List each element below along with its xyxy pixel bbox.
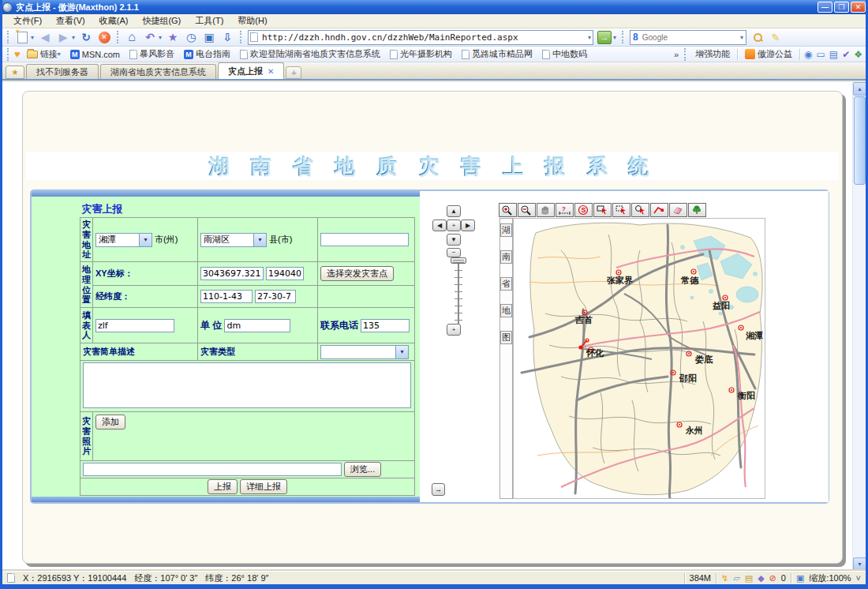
x-coordinate-input[interactable] <box>200 267 264 280</box>
history-clock-button[interactable]: ◷ <box>184 30 198 45</box>
zoom-box-button[interactable] <box>593 203 612 217</box>
magic-wand-button[interactable]: ★ <box>166 30 180 45</box>
zoom-dropdown-icon[interactable]: ˅ <box>856 573 861 583</box>
undo-dropdown[interactable]: ▾ <box>159 34 162 41</box>
add-photo-button[interactable]: 添加 <box>95 415 125 430</box>
menu-item-5[interactable]: 帮助(H) <box>231 14 273 28</box>
pan-right-button[interactable]: ▶ <box>461 219 475 231</box>
scroll-up-icon[interactable]: ▲ <box>853 82 866 96</box>
address-input[interactable] <box>260 32 588 43</box>
bookmarks-overflow[interactable]: » <box>674 50 679 59</box>
city-marker-怀化[interactable]: 怀化 <box>586 347 604 358</box>
home-button[interactable]: ⌂ <box>125 30 139 45</box>
select-circle-button[interactable] <box>631 203 649 217</box>
city-select[interactable]: 湘潭 ▾ <box>95 233 152 247</box>
refresh-button[interactable]: ↻ <box>79 30 93 45</box>
snap-button[interactable]: ▣ <box>202 30 216 45</box>
unit-input[interactable] <box>224 319 290 332</box>
pan-down-button[interactable]: ▼ <box>447 234 461 246</box>
collapse-panel-button[interactable]: → <box>432 483 445 496</box>
go-button[interactable]: → <box>597 31 612 44</box>
reporter-name-input[interactable] <box>95 319 174 332</box>
draw-point-button[interactable] <box>650 203 668 217</box>
stop-button[interactable]: ✕ <box>97 30 111 45</box>
enhance-features-button[interactable]: 增强功能 <box>692 47 733 61</box>
address-dropdown[interactable]: ▾ <box>588 34 591 41</box>
zoom-out-button[interactable] <box>518 203 536 217</box>
zoom-in-step-button[interactable]: + <box>447 324 461 336</box>
plugin-icon[interactable]: ❖ <box>854 49 862 60</box>
history-dropdown[interactable]: ▾ <box>72 34 75 41</box>
phone-input[interactable] <box>361 319 410 332</box>
map-side-tab-char-0[interactable]: 湖 <box>500 223 512 237</box>
pan-up-button[interactable]: ▲ <box>447 205 461 217</box>
detail-submit-button[interactable]: 详细上报 <box>240 479 287 494</box>
tab-list-star-button[interactable]: ★ <box>6 66 24 79</box>
map-side-tab-char-3[interactable]: 地 <box>500 304 512 317</box>
menu-item-0[interactable]: 文件(F) <box>7 14 48 28</box>
zoom-level[interactable]: 缩放:100% <box>809 572 851 584</box>
measure-distance-button[interactable]: ? <box>556 203 574 217</box>
zoom-window-icon[interactable]: ▣ <box>796 573 804 583</box>
notes-icon[interactable]: ▤ <box>829 49 838 60</box>
map-side-tab-char-1[interactable]: 南 <box>500 250 512 264</box>
map-view[interactable]: 张家界常德益阳吉首怀化湘潭娄底邵阳衡阳永州 <box>513 218 765 499</box>
map-side-tab-char-4[interactable]: 图 <box>500 331 512 344</box>
map-side-tab-char-2[interactable]: 省 <box>500 277 512 291</box>
new-page-dropdown[interactable]: ▾ <box>31 34 34 41</box>
new-tab-button[interactable]: + <box>286 66 301 79</box>
y-coordinate-input[interactable] <box>266 267 304 280</box>
popup-blocker-icon[interactable]: ⊘ <box>769 573 776 583</box>
address-detail-input[interactable] <box>320 233 409 246</box>
disaster-type-select[interactable]: ▾ <box>320 345 409 359</box>
file-path-input[interactable] <box>83 463 342 476</box>
pan-left-button[interactable]: ◀ <box>432 219 447 231</box>
select-box-button[interactable] <box>612 203 630 217</box>
folder-icon[interactable]: ▤ <box>745 573 753 583</box>
page-scrollbar[interactable]: ▲ ▼ <box>852 82 866 571</box>
pan-button[interactable] <box>537 203 555 217</box>
description-textarea[interactable] <box>83 362 411 408</box>
latitude-input[interactable] <box>255 290 296 303</box>
bookmark-item-2[interactable]: M电台指南 <box>181 47 234 61</box>
menu-item-3[interactable]: 快捷组(G) <box>136 14 187 28</box>
zoom-slider-handle[interactable] <box>451 257 466 264</box>
browse-button[interactable]: 浏览... <box>344 462 381 477</box>
maximize-button[interactable]: ❐ <box>834 2 849 13</box>
go-dropdown[interactable]: ▾ <box>613 34 616 41</box>
minimize-button[interactable]: — <box>817 2 832 13</box>
search-button[interactable] <box>750 30 765 45</box>
scroll-down-icon[interactable]: ▼ <box>853 557 866 571</box>
bookmark-item-6[interactable]: 中地数码 <box>539 47 590 61</box>
tab-2[interactable]: 灾点上报✕ <box>218 62 284 79</box>
county-select[interactable]: 雨湖区 ▾ <box>200 233 267 247</box>
bookmark-item-1[interactable]: 暴风影音 <box>126 47 178 61</box>
tab-1[interactable]: 湖南省地质灾害信息系统 <box>100 64 216 79</box>
scrollbar-thumb[interactable] <box>854 96 866 185</box>
filter-check-icon[interactable]: ✔ <box>842 49 850 60</box>
search-input[interactable] <box>641 32 740 43</box>
undo-button[interactable]: ↶ <box>143 30 157 45</box>
favorites-heart-icon[interactable]: ♥ <box>14 48 21 60</box>
longitude-input[interactable] <box>200 290 253 303</box>
download-button[interactable]: ⇩ <box>220 30 234 45</box>
zoom-in-button[interactable] <box>499 203 517 217</box>
tab-0[interactable]: 找不到服务器 <box>26 64 99 79</box>
bookmark-item-5[interactable]: 觅路城市精品网 <box>458 47 536 61</box>
search-engine-dropdown[interactable]: ▾ <box>740 34 743 41</box>
links-folder[interactable]: 链接 ▾ <box>24 47 64 61</box>
pick-disaster-point-button[interactable]: 选择突发灾害点 <box>320 266 394 281</box>
highlight-button[interactable]: ✎ <box>769 30 783 45</box>
boost-icon[interactable]: ↯ <box>721 573 728 583</box>
submit-button[interactable]: 上报 <box>208 479 238 494</box>
eraser-icon[interactable]: ◆ <box>758 573 764 583</box>
zoom-out-step-button[interactable]: − <box>447 248 461 257</box>
full-extent-button[interactable] <box>688 203 706 217</box>
bookmark-item-4[interactable]: 光年摄影机构 <box>387 47 455 61</box>
back-button[interactable]: ◀ <box>38 30 52 45</box>
menu-item-1[interactable]: 查看(V) <box>50 14 92 28</box>
split-window-icon[interactable]: ▭ <box>816 49 825 60</box>
forward-button[interactable]: ▶ <box>56 30 70 45</box>
bookmark-item-0[interactable]: MMSN.com <box>67 49 123 60</box>
pan-center-button[interactable]: + <box>447 219 461 231</box>
